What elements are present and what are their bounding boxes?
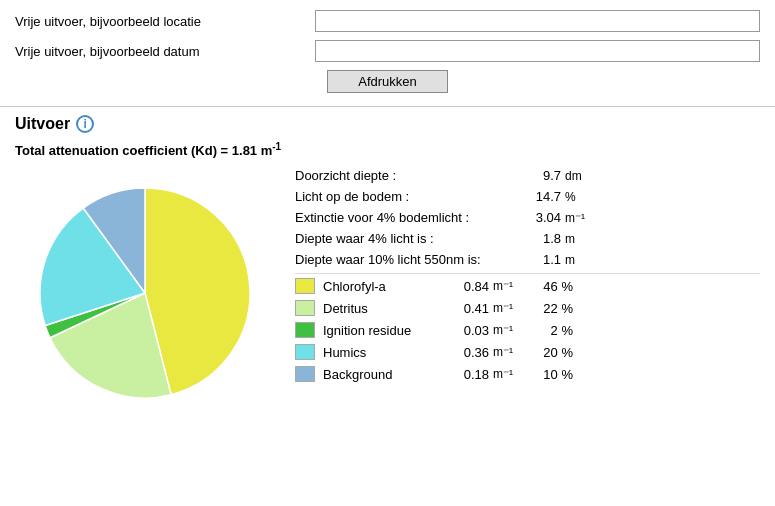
kd-line: Total attenuation coefficient (Kd) = 1.8… <box>0 137 775 168</box>
date-label: Vrije uitvoer, bijvoorbeeld datum <box>15 44 315 59</box>
stat-row: Extinctie voor 4% bodemlicht : 3.04 m⁻¹ <box>295 210 760 225</box>
date-input[interactable] <box>315 40 760 62</box>
location-input[interactable] <box>315 10 760 32</box>
stat-row: Diepte waar 4% licht is : 1.8 m <box>295 231 760 246</box>
print-button[interactable]: Afdrukken <box>327 70 448 93</box>
legend-row: Ignition residue 0.03 m⁻¹ 2 % <box>295 322 760 338</box>
legend-row: Chlorofyl-a 0.84 m⁻¹ 46 % <box>295 278 760 294</box>
stat-row: Doorzicht diepte : 9.7 dm <box>295 168 760 183</box>
uitvoer-title: Uitvoer <box>15 115 70 133</box>
location-label: Vrije uitvoer, bijvoorbeeld locatie <box>15 14 315 29</box>
legend-row: Humics 0.36 m⁻¹ 20 % <box>295 344 760 360</box>
legend-row: Background 0.18 m⁻¹ 10 % <box>295 366 760 382</box>
stat-row: Diepte waar 10% licht 550nm is: 1.1 m <box>295 252 760 267</box>
info-icon[interactable]: i <box>76 115 94 133</box>
pie-chart <box>15 168 275 418</box>
stat-row: Licht op de bodem : 14.7 % <box>295 189 760 204</box>
legend-row: Detritus 0.41 m⁻¹ 22 % <box>295 300 760 316</box>
